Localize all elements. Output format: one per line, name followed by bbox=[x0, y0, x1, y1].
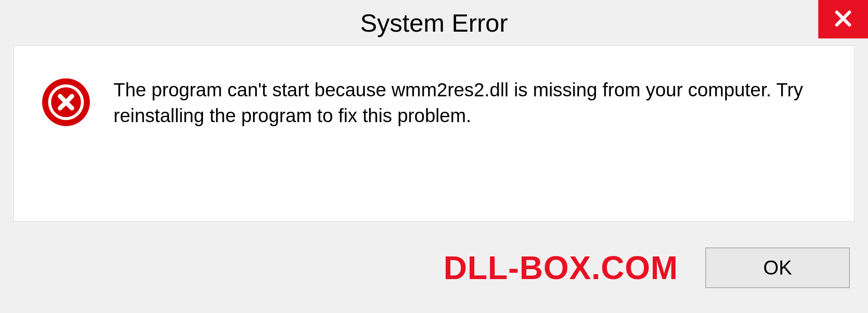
dialog-content-panel: The program can't start because wmm2res2… bbox=[14, 45, 854, 222]
dialog-footer: DLL-BOX.COM OK bbox=[0, 232, 868, 313]
watermark-text: DLL-BOX.COM bbox=[443, 249, 678, 286]
error-icon bbox=[41, 77, 91, 127]
window-title: System Error bbox=[360, 8, 508, 38]
error-message: The program can't start because wmm2res2… bbox=[113, 77, 814, 128]
titlebar: System Error bbox=[0, 0, 868, 45]
close-button[interactable] bbox=[818, 0, 868, 38]
close-icon bbox=[832, 8, 854, 31]
ok-button[interactable]: OK bbox=[705, 247, 850, 288]
